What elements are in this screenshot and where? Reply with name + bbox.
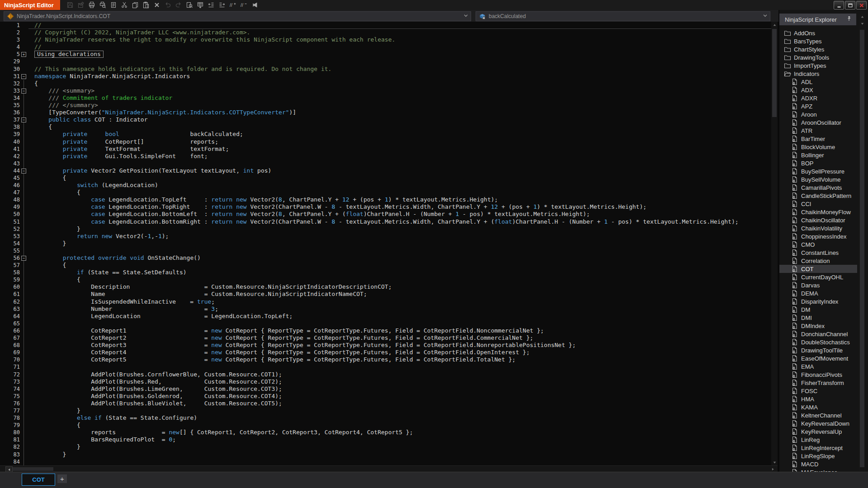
tree-file-blockvolume[interactable]: BlockVolume [779, 143, 857, 151]
tree-file-doublestochastics[interactable]: DoubleStochastics [779, 338, 857, 346]
scroll-up-icon[interactable] [859, 14, 865, 20]
comment-button[interactable]: // [229, 1, 237, 9]
fold-collapse-icon[interactable]: − [21, 117, 26, 122]
fold-collapse-icon[interactable]: − [21, 169, 26, 174]
fold-collapse-icon[interactable]: − [21, 89, 26, 94]
scroll-down-icon[interactable] [859, 20, 865, 27]
tree-file-aroon[interactable]: Aroon [779, 110, 857, 118]
print-button[interactable] [88, 1, 96, 9]
tree-file-easeofmovement[interactable]: EaseOfMovement [779, 354, 857, 362]
scroll-up-icon[interactable] [771, 22, 778, 28]
tree-folder-indicators[interactable]: Indicators [779, 70, 857, 78]
minimize-button[interactable] [834, 1, 844, 9]
tree-file-buysellpressure[interactable]: BuySellPressure [779, 167, 857, 175]
tree-file-fibonaccipivots[interactable]: FibonacciPivots [779, 371, 857, 379]
tree-file-choppinessindex[interactable]: ChoppinessIndex [779, 232, 857, 240]
editor-vertical-scrollbar[interactable] [771, 22, 778, 465]
tree-file-keyreversaldown[interactable]: KeyReversalDown [779, 419, 857, 427]
tree-file-chaikinmoneyflow[interactable]: ChaikinMoneyFlow [779, 208, 857, 216]
tab-cot[interactable]: COT [22, 474, 55, 486]
tree-file-dmindex[interactable]: DMIndex [779, 322, 857, 330]
tree-file-adx[interactable]: ADX [779, 86, 857, 94]
tree-file-dema[interactable]: DEMA [779, 289, 857, 297]
cut-button[interactable] [121, 1, 128, 9]
code-editor[interactable]: 1//2// Copyright (C) 2022, NinjaTrader L… [0, 22, 771, 465]
select-all-button[interactable] [110, 1, 118, 9]
tree-file-fishertransform[interactable]: FisherTransform [779, 379, 857, 387]
scrollbar-thumb[interactable] [772, 29, 777, 117]
tree-file-bollinger[interactable]: Bollinger [779, 151, 857, 159]
fold-collapse-icon[interactable]: − [21, 256, 26, 261]
tree-file-bartimer[interactable]: BarTimer [779, 135, 857, 143]
type-selector[interactable]: NinjaTrader.NinjaScript.Indicators.COT [4, 11, 471, 21]
member-selector[interactable]: backCalculated [476, 11, 770, 21]
tree-file-macd[interactable]: MACD [779, 460, 857, 468]
tree-file-hma[interactable]: HMA [779, 395, 857, 403]
compile-button[interactable] [197, 1, 204, 9]
tree-file-disparityindex[interactable]: DisparityIndex [779, 297, 857, 305]
uncomment-button[interactable]: // [240, 1, 248, 9]
explorer-scrollbar[interactable] [859, 14, 865, 471]
indent-button[interactable] [218, 1, 226, 9]
tree-file-currentdayohl[interactable]: CurrentDayOHL [779, 273, 857, 281]
maximize-button[interactable] [845, 1, 855, 9]
find-button[interactable] [186, 1, 193, 9]
tree-folder-chartstyles[interactable]: ChartStyles [779, 45, 857, 53]
tree-file-keltnerchannel[interactable]: KeltnerChannel [779, 411, 857, 419]
tree-file-apz[interactable]: APZ [779, 102, 857, 110]
tree-file-dm[interactable]: DM [779, 305, 857, 314]
tree-file-fosc[interactable]: FOSC [779, 387, 857, 395]
tree-file-correlation[interactable]: Correlation [779, 257, 857, 265]
unindent-button[interactable] [208, 1, 215, 9]
tree-file-linregintercept[interactable]: LinRegIntercept [779, 444, 857, 452]
tree-file-maenvelopes[interactable]: MAEnvelopes [779, 468, 857, 472]
tree-folder-drawingtools[interactable]: DrawingTools [779, 53, 857, 61]
tree-folder-importtypes[interactable]: ImportTypes [779, 61, 857, 70]
scroll-right-icon[interactable] [769, 466, 776, 472]
tree-file-kama[interactable]: KAMA [779, 403, 857, 411]
tree-file-adxr[interactable]: ADXR [779, 94, 857, 102]
tree-file-darvas[interactable]: Darvas [779, 281, 857, 289]
tree-file-buysellvolume[interactable]: BuySellVolume [779, 175, 857, 183]
tree-file-atr[interactable]: ATR [779, 127, 857, 135]
tree-file-drawingtooltile[interactable]: DrawingToolTile [779, 346, 857, 354]
tree-file-camarillapivots[interactable]: CamarillaPivots [779, 183, 857, 192]
pin-icon[interactable] [845, 15, 853, 24]
scroll-down-icon[interactable] [771, 459, 778, 465]
undo-button[interactable] [164, 1, 172, 9]
tree-file-constantlines[interactable]: ConstantLines [779, 249, 857, 257]
save-button[interactable] [66, 1, 74, 9]
tree-folder-addons[interactable]: AddOns [779, 29, 857, 37]
tree-file-keyreversalup[interactable]: KeyReversalUp [779, 427, 857, 436]
visual-studio-button[interactable] [251, 1, 259, 9]
print-preview-button[interactable] [99, 1, 107, 9]
tree-file-dmi[interactable]: DMI [779, 314, 857, 322]
fold-collapse-icon[interactable]: − [21, 74, 26, 79]
close-button[interactable] [856, 1, 867, 9]
tree-file-candlestickpattern[interactable]: CandleStickPattern [779, 192, 857, 200]
tree-file-adl[interactable]: ADL [779, 78, 857, 86]
paste-button[interactable] [142, 1, 150, 9]
delete-button[interactable] [153, 1, 161, 9]
tree-file-cot[interactable]: COT [779, 265, 857, 273]
tree-file-donchianchannel[interactable]: DonchianChannel [779, 330, 857, 338]
tree-file-cci[interactable]: CCI [779, 200, 857, 208]
tree-folder-barstypes[interactable]: BarsTypes [779, 37, 857, 45]
tree-file-cmo[interactable]: CMO [779, 240, 857, 249]
save-as-button[interactable] [77, 1, 85, 9]
tree-file-ema[interactable]: EMA [779, 362, 857, 371]
editor-horizontal-scrollbar[interactable] [0, 465, 778, 472]
fold-expand-icon[interactable]: + [21, 52, 26, 57]
scrollbar-thumb[interactable] [860, 30, 864, 467]
add-tab-button[interactable]: + [57, 474, 67, 483]
redo-button[interactable] [175, 1, 183, 9]
tree-file-chaikinvolatility[interactable]: ChaikinVolatility [779, 224, 857, 232]
tree-file-linregslope[interactable]: LinRegSlope [779, 452, 857, 460]
collapsed-region[interactable]: Using declarations [34, 51, 104, 58]
tree-file-linreg[interactable]: LinReg [779, 436, 857, 444]
copy-button[interactable] [132, 1, 139, 9]
tree-file-bop[interactable]: BOP [779, 159, 857, 167]
tree-file-chaikinoscillator[interactable]: ChaikinOscillator [779, 216, 857, 224]
scrollbar-thumb[interactable] [13, 467, 53, 471]
tree-file-aroonoscillator[interactable]: AroonOscillator [779, 118, 857, 127]
